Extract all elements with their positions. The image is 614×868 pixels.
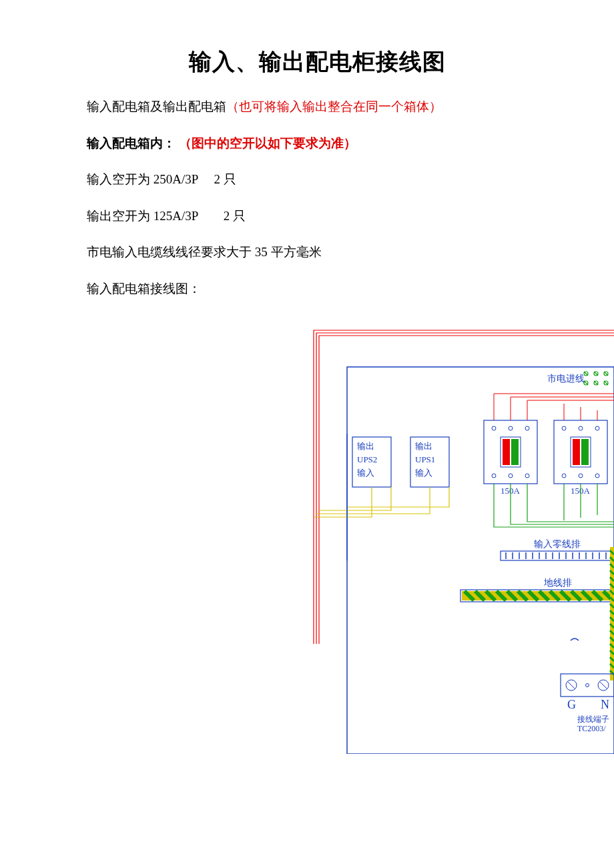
svg-point-99	[586, 684, 589, 687]
svg-rect-26	[503, 439, 510, 465]
intro-text-black: 输入配电箱及输出配电箱	[87, 99, 226, 113]
spec1-a: 输入空开为 250A/3P	[87, 172, 198, 186]
svg-text:N: N	[601, 698, 609, 711]
intro-text-red: （也可将输入输出整合在同一个箱体）	[226, 99, 442, 113]
ups2-box: 输出 UPS2 输入	[352, 437, 391, 487]
svg-point-24	[525, 426, 529, 430]
mains-label: 市电进线	[547, 374, 585, 384]
spec-line-1: 输入空开为 250A/3P 2 只	[87, 170, 527, 189]
neutral-bar-label: 输入零线排	[534, 539, 581, 549]
svg-text:TC2003/: TC2003/	[577, 724, 606, 733]
svg-point-41	[595, 474, 599, 478]
spec-line-2: 输出空开为 125A/3P 2 只	[87, 207, 527, 226]
svg-text:输出: 输出	[415, 441, 432, 451]
spec2-a: 输出空开为 125A/3P	[87, 209, 198, 223]
svg-line-101	[599, 681, 607, 689]
terminal-block: G N 接线端子 TC2003/	[561, 674, 614, 733]
wiring-diagram: 市电进线 输出 UPS2 输入 输出 UPS1 输入 150A	[307, 327, 614, 754]
svg-rect-96	[561, 674, 614, 697]
svg-rect-21	[484, 420, 537, 484]
svg-point-29	[509, 474, 513, 478]
svg-point-30	[525, 474, 529, 478]
svg-rect-38	[581, 439, 589, 465]
spec1-b: 2 只	[214, 172, 236, 186]
svg-text:输入: 输入	[415, 468, 432, 478]
section-heading: 输入配电箱内： （图中的空开以如下要求为准）	[87, 134, 527, 153]
section-black: 输入配电箱内：	[87, 136, 176, 150]
svg-point-23	[509, 426, 513, 430]
svg-rect-43	[501, 551, 614, 560]
section-red: （图中的空开以如下要求为准）	[179, 136, 356, 150]
svg-text:输出: 输出	[357, 441, 374, 451]
svg-text:UPS1: UPS1	[415, 454, 435, 464]
svg-text:UPS2: UPS2	[357, 454, 377, 464]
svg-line-98	[567, 681, 575, 689]
svg-point-34	[579, 426, 583, 430]
svg-point-35	[595, 426, 599, 430]
spec2-b: 2 只	[224, 209, 246, 223]
svg-rect-37	[573, 439, 580, 465]
ground-bar-label: 地线排	[543, 578, 572, 588]
svg-point-40	[579, 474, 583, 478]
svg-point-39	[562, 474, 566, 478]
svg-rect-27	[511, 439, 519, 465]
svg-point-28	[492, 474, 496, 478]
intro-paragraph: 输入配电箱及输出配电箱（也可将输入输出整合在同一个箱体）	[87, 97, 527, 117]
spec-line-3: 市电输入电缆线线径要求大于 35 平方毫米	[87, 243, 527, 262]
svg-point-22	[492, 426, 496, 430]
svg-point-33	[562, 426, 566, 430]
ups1-box: 输出 UPS1 输入	[410, 437, 449, 487]
svg-rect-32	[554, 420, 607, 484]
document-title: 输入、输出配电柜接线图	[143, 47, 491, 77]
svg-text:输入: 输入	[357, 468, 374, 478]
svg-text:G: G	[567, 698, 576, 711]
spec-line-4: 输入配电箱接线图：	[87, 280, 527, 299]
svg-text:接线端子: 接线端子	[577, 715, 609, 724]
